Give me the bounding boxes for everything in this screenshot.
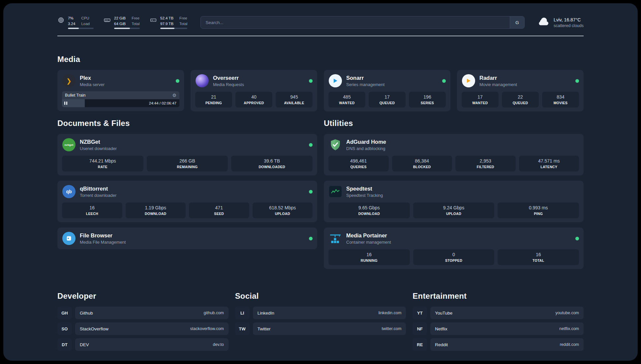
- stat-tile: 17 QUEUED: [369, 92, 406, 107]
- memory-free-value: 22 GiB: [114, 16, 126, 20]
- stat-tile: 0 STOPPED: [413, 249, 495, 265]
- bookmark-reddit[interactable]: RE Reddit reddit.com: [412, 338, 584, 351]
- bookmark-twitter[interactable]: TW Twitter twitter.com: [235, 322, 406, 335]
- bookmark-abbr: SO: [57, 322, 72, 335]
- bookmark-name: Github: [80, 311, 93, 316]
- stat-tile: 498,461 QUERIES: [328, 156, 389, 171]
- service-card-qbittorrent[interactable]: qb qBittorrent Torrent downloader 16: [57, 181, 317, 222]
- bookmark-dev[interactable]: DT DEV dev.to: [57, 338, 229, 351]
- service-description: Container management: [346, 240, 391, 245]
- service-title: Radarr: [479, 75, 517, 81]
- search-provider-button[interactable]: G: [510, 16, 524, 28]
- memory-icon: [104, 16, 111, 24]
- memory-progress-bar: [114, 28, 140, 29]
- bookmark-youtube[interactable]: YT YouTube youtube.com: [412, 307, 584, 319]
- memory-free-label: Free: [132, 16, 139, 20]
- bookmark-abbr: LI: [235, 307, 250, 319]
- search-bar: G: [200, 16, 525, 29]
- bookmark-abbr: GH: [57, 307, 72, 319]
- service-card-overseerr[interactable]: Overseerr Media Requests 21 PENDING 40 A…: [191, 70, 317, 111]
- stat-tile: 485 WANTED: [328, 92, 365, 107]
- service-description: Media server: [80, 82, 105, 87]
- service-card-portainer[interactable]: Media Portainer Container management 16 …: [324, 228, 584, 269]
- bookmark-name: YouTube: [435, 311, 452, 316]
- sonarr-icon: [328, 74, 342, 88]
- service-description: Media File Management: [80, 240, 126, 245]
- service-card-sonarr[interactable]: Sonarr Series management 485 WANTED 17 Q…: [324, 70, 450, 111]
- section-title-utilities: Utilities: [324, 119, 584, 128]
- stat-tile: 0.993 ms PING: [498, 202, 579, 218]
- service-title: Overseerr: [213, 75, 244, 81]
- disk-total-value: 97.9 TB: [160, 21, 173, 26]
- stat-tile: 47.571 ms LATENCY: [519, 156, 579, 171]
- portainer-crane-icon: [328, 231, 342, 245]
- bookmark-domain: github.com: [204, 311, 224, 315]
- filebrowser-icon: [62, 231, 76, 245]
- status-online-dot: [176, 79, 179, 83]
- cpu-icon: [57, 16, 65, 24]
- section-title-social: Social: [235, 291, 406, 301]
- weather-description: scattered clouds: [554, 23, 584, 28]
- stat-tile: 16 RUNNING: [328, 249, 410, 265]
- service-title: qBittorrent: [80, 186, 116, 192]
- adguard-shield-icon: [328, 138, 342, 152]
- service-card-nzbget[interactable]: nzbget NZBGet Usenet downloader 744.21 M…: [57, 134, 317, 175]
- section-title-developer: Developer: [57, 291, 229, 301]
- section-developer: Developer GH Github github.com SO StackO…: [57, 291, 229, 351]
- status-online-dot: [575, 79, 579, 83]
- bookmark-stackoverflow[interactable]: SO StackOverflow stackoverflow.com: [57, 322, 229, 335]
- section-entertainment: Entertainment YT YouTube youtube.com NF …: [412, 291, 584, 351]
- nzbget-icon: nzbget: [62, 138, 76, 152]
- service-description: Movie management: [479, 82, 517, 87]
- service-card-plex[interactable]: ❯ Plex Media server Bullet Train ⚙: [57, 70, 184, 111]
- disk-total-label: Total: [179, 21, 187, 26]
- overseerr-icon: [195, 74, 209, 88]
- service-title: Media Portainer: [346, 232, 391, 239]
- bookmark-name: Reddit: [435, 342, 448, 347]
- bookmark-name: Twitter: [258, 326, 271, 331]
- memory-total-value: 64 GiB: [114, 21, 126, 26]
- cpu-load-value: 3.24: [68, 21, 75, 26]
- dashboard: 7% 3.24 CPU Load: [3, 3, 638, 361]
- service-title: Speedtest: [346, 186, 383, 192]
- stat-tile: 17 WANTED: [462, 92, 499, 107]
- topbar-divider: [57, 36, 584, 36]
- topbar: 7% 3.24 CPU Load: [57, 15, 584, 30]
- service-description: Usenet downloader: [80, 146, 117, 151]
- stat-tile: 16 LEECH: [62, 202, 122, 218]
- service-card-filebrowser[interactable]: File Browser Media File Management: [57, 228, 317, 249]
- bookmark-netflix[interactable]: NF Netflix netflix.com: [412, 322, 584, 335]
- stat-tile: 9.24 Gbps UPLOAD: [413, 202, 495, 218]
- now-playing-title: Bullet Train: [65, 93, 86, 98]
- cpu-progress-bar: [68, 28, 94, 29]
- qbittorrent-icon: qb: [62, 185, 76, 198]
- pause-button[interactable]: [64, 102, 67, 105]
- status-online-dot: [309, 143, 313, 147]
- playback-progress-bar: 24:44 / 02:06:47: [62, 99, 179, 107]
- bookmark-linkedin[interactable]: LI LinkedIn linkedin.com: [235, 307, 406, 319]
- cpu-usage-value: 7%: [68, 16, 75, 20]
- bookmark-name: LinkedIn: [258, 311, 274, 316]
- disk-icon: [150, 16, 157, 24]
- cpu-label: CPU: [81, 16, 90, 20]
- stat-tile: 40 APPROVED: [235, 92, 272, 107]
- status-online-dot: [575, 237, 579, 240]
- bookmark-domain: stackoverflow.com: [190, 326, 224, 331]
- disk-widget: 52.4 TB 97.9 TB Free Total: [150, 16, 187, 29]
- bookmark-github[interactable]: GH Github github.com: [57, 307, 229, 319]
- service-card-speedtest[interactable]: Speedtest Speedtest Tracking 9.65 Gbps D…: [324, 181, 584, 222]
- service-title: File Browser: [80, 232, 126, 239]
- plex-icon: ❯: [62, 74, 76, 88]
- stat-tile: 16 TOTAL: [498, 249, 579, 265]
- search-input[interactable]: [201, 16, 510, 28]
- stat-tile: 471 SEED: [189, 202, 249, 218]
- stat-tile: 744.21 Mbps RATE: [62, 156, 143, 171]
- service-card-adguard[interactable]: AdGuard Home DNS and adblocking 498,461 …: [324, 134, 584, 175]
- stat-tile: 618.52 Mbps UPLOAD: [253, 202, 313, 218]
- gear-icon[interactable]: ⚙: [172, 93, 176, 98]
- plex-now-playing-widget: Bullet Train ⚙ 24:44 / 02:06:47: [62, 91, 179, 107]
- service-card-radarr[interactable]: Radarr Movie management 17 WANTED 22 QUE…: [457, 70, 584, 111]
- service-description: DNS and adblocking: [346, 146, 386, 151]
- stat-tile: 39.6 TB DOWNLOADED: [231, 156, 313, 171]
- section-documents: Documents & Files nzbget NZBGet Usenet d…: [57, 119, 317, 249]
